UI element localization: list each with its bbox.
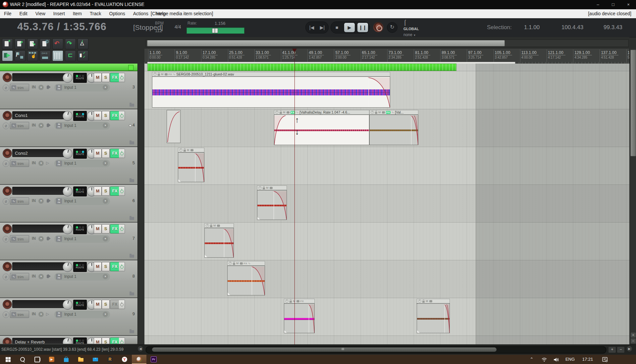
fade-handle[interactable] — [228, 292, 230, 295]
taskbar-search-button[interactable] — [15, 355, 30, 364]
input-dropdown[interactable]: ▾ — [103, 236, 108, 241]
close-button[interactable]: × — [621, 0, 636, 9]
snap-to-grid-button[interactable] — [52, 50, 63, 61]
media-item-header[interactable]: M — [257, 185, 287, 190]
record-arm-button[interactable] — [3, 186, 12, 196]
show-hidden-icons-button[interactable]: ⌃ — [527, 355, 537, 364]
fade-out-curve[interactable] — [411, 115, 418, 145]
taskbar-store-button[interactable] — [59, 355, 74, 364]
fade-handle[interactable] — [417, 330, 420, 333]
input-fx-badge[interactable]: INFX — [56, 312, 62, 317]
playback-position[interactable]: 45.3.76 / 1:35.766 — [17, 21, 107, 33]
media-item-body[interactable] — [257, 190, 287, 220]
input-fx-badge[interactable]: INFX — [56, 161, 62, 166]
media-item-body[interactable] — [178, 152, 204, 182]
route-button[interactable]: ROUTE — [73, 186, 87, 196]
monitor-dropdown[interactable]: ▾ — [38, 85, 44, 90]
media-item-header[interactable]: M — [204, 223, 234, 228]
track-panel[interactable]: ROUTEMSFXøtrim∿IN▾INFXInput 1▾6 — [0, 185, 137, 223]
maximize-button[interactable]: □ — [606, 0, 621, 9]
track-name-field[interactable] — [12, 225, 67, 233]
menu-insert[interactable]: Insert — [49, 9, 69, 18]
mute-button[interactable]: M — [94, 300, 102, 309]
taskbar-file-explorer-button[interactable] — [74, 355, 88, 364]
input-select[interactable]: INFXInput 1▾ — [54, 122, 110, 130]
selection-start[interactable]: 1.1.00 — [524, 24, 540, 31]
volume-knob[interactable] — [63, 224, 73, 234]
solo-button[interactable]: S — [102, 186, 110, 196]
play-cursor-marker[interactable] — [292, 49, 297, 52]
menu-options[interactable]: Options — [105, 9, 129, 18]
fx-bypass-button[interactable] — [119, 111, 125, 120]
zoom-in-horizontal-button[interactable]: + — [608, 346, 616, 353]
mute-button[interactable]: M — [94, 262, 102, 271]
envelope-button[interactable]: ø — [3, 198, 9, 205]
mute-button[interactable]: M — [94, 111, 102, 120]
menu-view[interactable]: View — [31, 9, 49, 18]
route-button[interactable]: ROUTE — [73, 338, 87, 344]
monitor-dropdown[interactable]: ▾ — [38, 161, 44, 166]
record-arm-button[interactable] — [3, 224, 12, 234]
mute-button[interactable]: M — [94, 338, 102, 344]
fx-button[interactable]: FX — [110, 300, 120, 309]
monitor-dropdown[interactable]: ▾ — [38, 123, 44, 128]
zoom-out-vertical-button[interactable]: − — [630, 338, 636, 344]
fade-out-curve[interactable] — [273, 190, 287, 220]
input-fx-badge[interactable]: INFX — [56, 236, 62, 242]
volume-knob[interactable] — [63, 338, 73, 344]
record-arm-button[interactable] — [3, 338, 12, 344]
region-marker-bar[interactable] — [147, 64, 456, 71]
solo-button[interactable]: S — [102, 338, 110, 344]
fx-button[interactable]: FX — [110, 73, 120, 82]
trim-envelope-button[interactable]: trim∿ — [10, 197, 29, 205]
menu-track[interactable]: Track — [86, 9, 105, 18]
media-item-header[interactable]: M — [417, 299, 450, 303]
zoom-out-horizontal-button[interactable]: − — [617, 346, 625, 353]
track-panel[interactable]: ROUTEMSFXøtrim∿IN▾INFXInput 1▾7 — [0, 223, 137, 260]
route-button[interactable]: ROUTE — [73, 111, 87, 121]
route-button[interactable]: ROUTE — [73, 149, 87, 159]
fx-bypass-button[interactable] — [119, 338, 125, 344]
track-name-field[interactable] — [12, 187, 67, 195]
fx-button[interactable]: FX — [110, 186, 120, 196]
monitor-dropdown[interactable]: ▾ — [38, 274, 44, 279]
taskbar-reaper-button[interactable] — [132, 355, 146, 364]
track-panel[interactable]: ROUTEMSFXøtrim∿IN▾INFXInput 1▾8 — [0, 260, 137, 298]
new-project-button[interactable]: ✶ — [2, 38, 13, 49]
fade-out-curve[interactable] — [251, 266, 265, 295]
record-button[interactable] — [373, 22, 383, 32]
envelope-button[interactable]: ø — [3, 123, 9, 129]
track-name-field[interactable]: Соло1 — [12, 111, 67, 119]
envelope-button[interactable]: ø — [3, 84, 9, 91]
envelope-button[interactable]: ø — [3, 160, 9, 167]
track-name-field[interactable]: Delay + Reverb — [12, 338, 67, 344]
input-dropdown[interactable]: ▾ — [103, 198, 108, 204]
envelope-button[interactable]: ø — [3, 236, 9, 242]
input-fx-badge[interactable]: INFX — [56, 198, 62, 204]
project-settings-button[interactable]: ⓘ — [40, 38, 51, 49]
track-panel-соло1[interactable]: Соло1ROUTEMSFXøtrim∿IN▾INFXInput 1▾4 — [0, 109, 137, 147]
media-item-header[interactable]: MFX∿ — [227, 261, 265, 266]
media-item-header[interactable]: MFX∿[Val... — [369, 110, 418, 115]
trim-envelope-button[interactable]: trim∿ — [10, 235, 29, 242]
menu-edit[interactable]: Edit — [16, 9, 31, 18]
fade-in-curve[interactable] — [274, 115, 286, 145]
horizontal-scrollbar-grip[interactable] — [342, 348, 344, 350]
global-automation-control[interactable]: ⌠ GLOBAL none ▾ — [403, 20, 422, 35]
volume-knob[interactable] — [63, 300, 73, 310]
envelope-button[interactable]: ø — [3, 311, 9, 318]
rate-slider[interactable] — [186, 27, 244, 34]
route-button[interactable]: ROUTE — [73, 300, 87, 310]
fade-handle[interactable] — [257, 217, 260, 220]
pause-button[interactable]: ❙❙ — [357, 23, 368, 32]
tcp-arrange-splitter[interactable] — [137, 64, 144, 344]
volume-knob[interactable] — [63, 111, 73, 121]
track-panel[interactable]: ROUTEMSFXøtrim∿IN▾▷INFXInput 1▾9 — [0, 298, 137, 336]
fade-out-curve[interactable] — [444, 304, 450, 333]
monitor-dropdown[interactable]: ▾ — [38, 236, 44, 241]
rate-slider-thumb[interactable] — [212, 28, 218, 33]
wifi-icon[interactable] — [539, 355, 549, 364]
input-dropdown[interactable]: ▾ — [103, 274, 108, 279]
green-track-button[interactable] — [128, 65, 133, 70]
track-name-field[interactable]: Соло2 — [12, 149, 67, 157]
